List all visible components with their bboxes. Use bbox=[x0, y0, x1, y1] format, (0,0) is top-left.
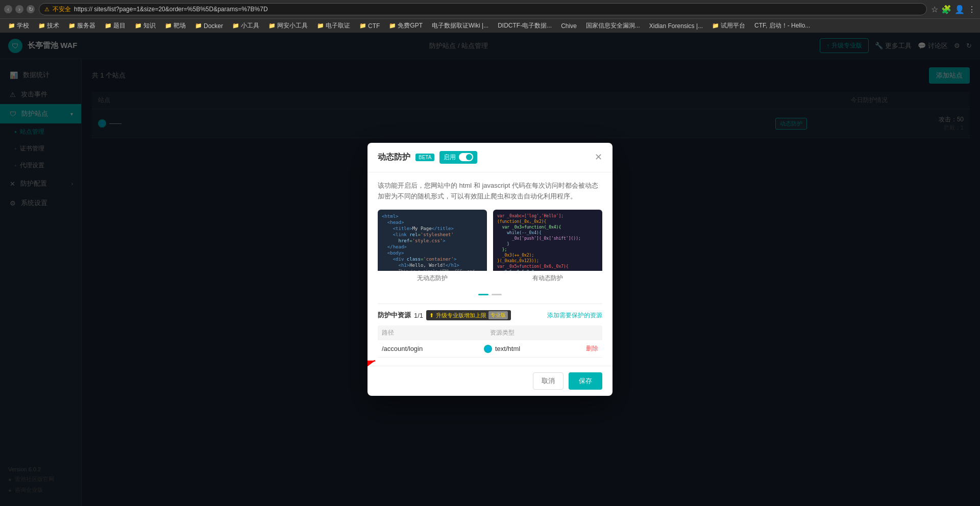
bookmark-school[interactable]: 学校 bbox=[4, 20, 33, 31]
resource-row-container: /account/login 🌐 text/html 删除 bbox=[378, 340, 602, 358]
browser-controls[interactable]: ‹ › ↻ bbox=[4, 5, 35, 13]
bookmark-range[interactable]: 靶场 bbox=[161, 20, 190, 31]
bookmark-server[interactable]: 服务器 bbox=[64, 20, 100, 31]
url-text: https:// sites/list?page=1&size=20&order… bbox=[74, 6, 268, 13]
modal-overlay[interactable]: 动态防护 BETA 启用 ✕ 该功能开启后，您网站中的 html 和 javas… bbox=[0, 33, 980, 506]
bookmark-forensics[interactable]: 电子取证 bbox=[313, 20, 354, 31]
resources-count: 1/1 bbox=[414, 312, 423, 319]
reload-button[interactable]: ↻ bbox=[27, 5, 35, 13]
resources-title: 防护中资源 bbox=[378, 311, 411, 320]
delete-resource-button[interactable]: 删除 bbox=[586, 344, 598, 353]
indicator-dot-2[interactable] bbox=[492, 294, 502, 295]
back-button[interactable]: ‹ bbox=[4, 5, 12, 13]
modal-footer: 取消 保存 bbox=[368, 366, 612, 396]
modal-header: 动态防护 BETA 启用 ✕ bbox=[368, 143, 612, 172]
extension-icon[interactable]: 🧩 bbox=[941, 5, 951, 14]
security-icon: ⚠ bbox=[44, 6, 50, 13]
screenshots-container: <html> <head> <title>My Page</title> <li… bbox=[378, 210, 602, 286]
screenshot-left-label: 无动态防护 bbox=[378, 271, 487, 286]
modal-body: 该功能开启后，您网站中的 html 和 javascript 代码在每次访问时都… bbox=[368, 172, 612, 366]
modal-close-button[interactable]: ✕ bbox=[595, 151, 602, 163]
browser-action-icons: ☆ 🧩 👤 ⋮ bbox=[931, 5, 976, 14]
bookmark-trial[interactable]: 试用平台 bbox=[708, 20, 749, 31]
bookmark-wiki[interactable]: 电子数据取证Wiki |... bbox=[428, 20, 493, 31]
enable-toggle-button[interactable]: 启用 bbox=[439, 151, 477, 164]
toggle-label: 启用 bbox=[444, 153, 456, 162]
browser-chrome: ‹ › ↻ ⚠ 不安全 https:// sites/list?page=1&s… bbox=[0, 0, 980, 18]
bookmark-sec-tools[interactable]: 网安小工具 bbox=[264, 20, 312, 31]
bookmark-security[interactable]: 国家信息安全漏洞... bbox=[582, 20, 644, 31]
bookmark-ctf[interactable]: CTF bbox=[355, 21, 384, 31]
dynamic-protect-modal: 动态防护 BETA 启用 ✕ 该功能开启后，您网站中的 html 和 javas… bbox=[368, 143, 612, 396]
modal-title: 动态防护 bbox=[378, 152, 410, 163]
bookmark-didctf[interactable]: DIDCTF-电子数据... bbox=[494, 20, 556, 31]
beta-badge: BETA bbox=[415, 154, 434, 161]
bookmark-tech[interactable]: 技术 bbox=[34, 20, 63, 31]
add-resource-link[interactable]: 添加需要保护的资源 bbox=[547, 311, 602, 320]
col-path-header: 路径 bbox=[382, 328, 490, 337]
bookmark-questions[interactable]: 题目 bbox=[101, 20, 130, 31]
resource-type-icon: 🌐 bbox=[484, 345, 492, 353]
url-bar[interactable]: ⚠ 不安全 https:// sites/list?page=1&size=20… bbox=[39, 3, 927, 15]
bookmark-xidian[interactable]: Xidian Forensics |... bbox=[645, 21, 707, 31]
code-after: var _0xabc=['log','Hello']; (function(_0… bbox=[493, 210, 602, 271]
profile-icon[interactable]: 👤 bbox=[954, 5, 965, 14]
pro-badge: 专业版 bbox=[488, 311, 508, 319]
cancel-button[interactable]: 取消 bbox=[533, 372, 564, 390]
upgrade-pro-icon: ⬆ bbox=[429, 312, 434, 319]
bookmark-gpt[interactable]: 免费GPT bbox=[385, 20, 427, 31]
resources-section: 防护中资源 1/1 ⬆ 升级专业版增加上限 专业版 添加需要保护的资源 路径 资… bbox=[378, 303, 602, 358]
url-insecure-label: 不安全 bbox=[53, 5, 71, 14]
more-menu-icon[interactable]: ⋮ bbox=[968, 5, 976, 14]
code-before: <html> <head> <title>My Page</title> <li… bbox=[378, 210, 487, 271]
modal-description: 该功能开启后，您网站中的 html 和 javascript 代码在每次访问时都… bbox=[378, 181, 602, 202]
bookmark-knowledge[interactable]: 知识 bbox=[131, 20, 160, 31]
bookmark-docker[interactable]: Docker bbox=[191, 21, 227, 31]
screenshot-right-label: 有动态防护 bbox=[493, 271, 602, 286]
bookmark-tools[interactable]: 小工具 bbox=[228, 20, 263, 31]
resource-path: /account/login bbox=[382, 345, 484, 352]
screenshot-right: var _0xabc=['log','Hello']; (function(_0… bbox=[493, 210, 602, 286]
forward-button[interactable]: › bbox=[15, 5, 23, 13]
col-type-header: 资源类型 bbox=[490, 328, 598, 337]
bookmark-star-icon[interactable]: ☆ bbox=[931, 5, 938, 14]
save-button[interactable]: 保存 bbox=[569, 372, 602, 390]
screenshot-left: <html> <head> <title>My Page</title> <li… bbox=[378, 210, 487, 286]
bookmarks-bar: 学校 技术 服务器 题目 知识 靶场 Docker 小工具 网安小工具 电子取证… bbox=[0, 18, 980, 33]
toggle-switch[interactable] bbox=[459, 153, 473, 161]
resources-header: 防护中资源 1/1 ⬆ 升级专业版增加上限 专业版 添加需要保护的资源 bbox=[378, 310, 602, 320]
bookmark-ctf2[interactable]: CTF, 启动！- Hello... bbox=[750, 20, 814, 31]
bookmark-chive[interactable]: Chive bbox=[557, 21, 581, 31]
upgrade-pro-badge[interactable]: ⬆ 升级专业版增加上限 专业版 bbox=[426, 310, 511, 320]
resource-table-header: 路径 资源类型 bbox=[378, 325, 602, 340]
resource-type: 🌐 text/html bbox=[484, 345, 586, 353]
resource-table-row: /account/login 🌐 text/html 删除 bbox=[378, 340, 602, 358]
carousel-indicators bbox=[378, 294, 602, 295]
resource-type-label: text/html bbox=[495, 345, 520, 352]
indicator-dot-1[interactable] bbox=[478, 294, 488, 295]
